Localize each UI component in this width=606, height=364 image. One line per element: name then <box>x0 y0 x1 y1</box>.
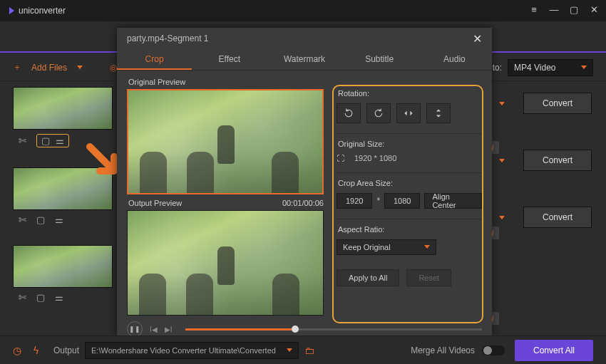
reset-button[interactable]: Reset <box>406 269 451 286</box>
output-label: Output <box>53 345 79 355</box>
original-preview[interactable] <box>127 89 324 194</box>
add-files-button[interactable]: Add Files <box>31 63 67 73</box>
flip-horizontal-button[interactable] <box>396 103 421 123</box>
maximize-icon[interactable]: ▢ <box>566 3 582 16</box>
target-format-select[interactable]: MP4 Video <box>508 59 593 76</box>
seek-track[interactable] <box>185 328 482 331</box>
target-label: to: <box>493 63 502 73</box>
caret-down-icon <box>424 245 430 249</box>
tab-effect[interactable]: Effect <box>192 49 267 70</box>
minimize-icon[interactable]: — <box>546 3 562 16</box>
convert-column: Convert Convert Convert <box>499 93 592 228</box>
rotate-cw-button[interactable] <box>366 103 391 123</box>
rotation-label: Rotation: <box>338 89 482 98</box>
dialog-close-button[interactable]: ✕ <box>473 32 482 46</box>
titlebar: uniconverter ≡ — ▢ ✕ <box>0 0 606 21</box>
convert-row: Convert <box>499 207 592 228</box>
crop-icon[interactable]: ▢ <box>36 292 45 303</box>
trim-icon[interactable]: ✄ <box>19 214 26 225</box>
tab-subtitle[interactable]: Subtitle <box>342 49 417 70</box>
tab-audio[interactable]: Audio <box>417 49 492 70</box>
trim-icon[interactable]: ✄ <box>19 292 26 303</box>
format-caret-icon[interactable] <box>499 102 505 105</box>
playback-controls: ❚❚ I◀ ▶I <box>117 318 492 337</box>
convert-row: Convert <box>499 150 592 171</box>
target-format-value: MP4 Video <box>514 63 555 73</box>
crop-width-input[interactable]: 1920 <box>337 193 372 209</box>
crop-settings: Rotation: Original Size: ⛶ 1920 * 1080 C… <box>337 76 482 316</box>
app-title: uniconverter <box>19 6 66 16</box>
apply-to-all-button[interactable]: Apply to All <box>337 269 399 286</box>
seek-knob-icon[interactable] <box>292 326 299 333</box>
play-pause-button[interactable]: ❚❚ <box>127 321 143 337</box>
convert-all-button[interactable]: Convert All <box>515 340 593 361</box>
preview-column: Original Preview Output Preview 00:01/00… <box>127 76 324 316</box>
adjust-icon[interactable]: ⚌ <box>56 135 64 146</box>
crop-sep: * <box>376 196 380 206</box>
timecode: 00:01/00:06 <box>282 199 324 207</box>
plus-icon: ＋ <box>13 61 21 73</box>
open-folder-icon[interactable]: 🗀 <box>304 345 314 356</box>
clock-icon[interactable]: ◷ <box>13 345 21 356</box>
flip-vertical-button[interactable] <box>426 103 451 123</box>
output-path-value: E:\Wondershare Video Converter Ultimate\… <box>91 346 276 355</box>
menu-icon[interactable]: ≡ <box>526 3 542 16</box>
thumbnail <box>13 245 113 288</box>
merge-label: Merge All Videos <box>411 345 475 355</box>
app-logo-icon <box>9 7 14 14</box>
output-preview-label: Output Preview <box>128 199 182 207</box>
convert-button[interactable]: Convert <box>523 207 592 228</box>
merge-toggle[interactable] <box>482 345 505 355</box>
disc-icon: ◎ <box>110 63 117 73</box>
list-item[interactable]: ✄ ▢ ⚌ <box>13 245 113 307</box>
media-list: ✄ ▢ ⚌ ✄ ▢ ⚌ ✄ ▢ ⚌ <box>13 87 113 307</box>
crop-icon[interactable]: ▢ <box>36 214 45 225</box>
align-center-button[interactable]: Align Center <box>424 193 482 209</box>
caret-down-icon <box>287 348 292 352</box>
fullscreen-icon: ⛶ <box>337 154 344 162</box>
original-size-value: 1920 * 1080 <box>354 154 396 162</box>
format-caret-icon[interactable] <box>499 216 505 219</box>
dialog-file-title: party.mp4-Segment 1 <box>127 33 209 43</box>
aspect-ratio-select[interactable]: Keep Original <box>337 239 436 255</box>
aspect-ratio-value: Keep Original <box>343 243 391 251</box>
add-files-caret-icon[interactable] <box>77 66 83 69</box>
adjust-icon[interactable]: ⚌ <box>55 214 63 225</box>
tab-crop[interactable]: Crop <box>117 49 192 70</box>
crop-icon[interactable]: ▢ <box>41 135 50 146</box>
crop-height-input[interactable]: 1080 <box>384 193 420 209</box>
gpu-bolt-icon[interactable]: ϟ <box>33 345 39 356</box>
thumbnail <box>13 87 113 130</box>
output-path-select[interactable]: E:\Wondershare Video Converter Ultimate\… <box>85 342 299 359</box>
trim-icon[interactable]: ✄ <box>19 134 26 147</box>
caret-down-icon <box>581 66 587 69</box>
output-preview <box>127 210 324 316</box>
adjust-icon[interactable]: ⚌ <box>55 292 63 303</box>
close-icon[interactable]: ✕ <box>586 3 602 16</box>
step-forward-button[interactable]: ▶I <box>165 326 173 333</box>
original-size-label: Original Size: <box>338 140 482 148</box>
aspect-ratio-label: Aspect Ratio: <box>338 225 482 234</box>
bottombar: ◷ ϟ Output E:\Wondershare Video Converte… <box>0 336 606 364</box>
edit-dialog: party.mp4-Segment 1 ✕ Crop Effect Waterm… <box>117 28 492 336</box>
original-preview-label: Original Preview <box>128 78 185 86</box>
crop-area-label: Crop Area Size: <box>338 179 482 187</box>
step-back-button[interactable]: I◀ <box>150 326 158 333</box>
convert-button[interactable]: Convert <box>523 93 592 114</box>
rotate-ccw-button[interactable] <box>337 103 361 123</box>
dialog-tabs: Crop Effect Watermark Subtitle Audio <box>117 49 492 71</box>
format-caret-icon[interactable] <box>499 159 505 162</box>
convert-button[interactable]: Convert <box>523 150 592 171</box>
tab-watermark[interactable]: Watermark <box>267 49 341 70</box>
convert-row: Convert <box>499 93 592 114</box>
